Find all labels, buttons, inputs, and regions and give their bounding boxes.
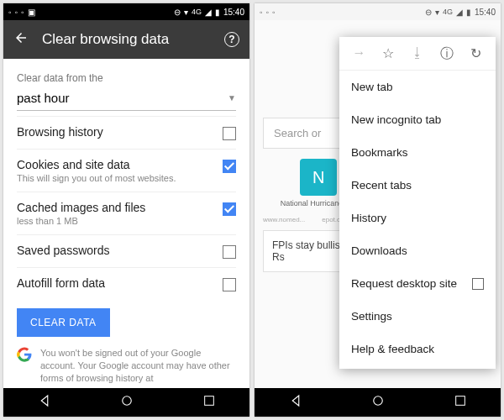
nav-back-icon[interactable] bbox=[288, 393, 303, 412]
battery-icon: ▮ bbox=[466, 8, 471, 17]
nav-bar bbox=[255, 388, 501, 417]
image-icon: ▣ bbox=[28, 8, 35, 17]
menu-settings[interactable]: Settings bbox=[339, 300, 496, 333]
time-range-value: past hour bbox=[17, 91, 70, 105]
clock: 15:40 bbox=[223, 8, 244, 17]
signal-icon: ◢ bbox=[205, 8, 212, 17]
download-icon[interactable]: ⭳ bbox=[409, 45, 426, 63]
checkbox[interactable] bbox=[223, 278, 236, 291]
signal-icon: ◢ bbox=[456, 8, 463, 17]
option-autofill[interactable]: Autofill form data bbox=[17, 267, 236, 300]
chevron-down-icon: ▼ bbox=[228, 93, 236, 102]
tile-icon: N bbox=[300, 159, 337, 196]
option-title: Browsing history bbox=[17, 125, 223, 139]
checkbox[interactable] bbox=[223, 160, 236, 173]
svg-point-2 bbox=[374, 396, 383, 406]
nav-recent-icon[interactable] bbox=[202, 394, 216, 411]
option-subtitle: This will sign you out of most websites. bbox=[17, 173, 223, 183]
checkbox[interactable] bbox=[223, 245, 236, 259]
forward-icon[interactable]: → bbox=[350, 45, 367, 63]
nav-back-icon[interactable] bbox=[37, 393, 52, 412]
google-account-note: You won't be signed out of your Google a… bbox=[3, 347, 249, 385]
option-title: Cached images and files bbox=[17, 201, 223, 214]
page-title: Clear browsing data bbox=[42, 31, 169, 48]
option-title: Cookies and site data bbox=[17, 158, 223, 171]
checkbox[interactable] bbox=[223, 127, 236, 140]
svg-rect-1 bbox=[204, 396, 213, 406]
menu-history[interactable]: History bbox=[339, 202, 496, 234]
nav-home-icon[interactable] bbox=[119, 393, 134, 412]
phone-right: ◦ ◦ ◦ ⊖ ▾ 4G ◢ ▮ 15:40 Search or N Natio… bbox=[255, 3, 501, 417]
help-icon[interactable]: ? bbox=[224, 32, 239, 47]
back-icon[interactable] bbox=[13, 30, 29, 49]
option-passwords[interactable]: Saved passwords bbox=[17, 234, 236, 267]
google-logo-icon bbox=[17, 347, 32, 362]
location-icon: ◦ bbox=[260, 8, 263, 17]
network-label: 4G bbox=[443, 8, 453, 16]
clear-data-button[interactable]: CLEAR DATA bbox=[17, 308, 110, 337]
app-bar: Clear browsing data ? bbox=[3, 20, 249, 59]
nav-home-icon[interactable] bbox=[370, 393, 386, 412]
bulb-icon: ◦ bbox=[15, 8, 18, 17]
option-title: Saved passwords bbox=[17, 244, 223, 257]
dnd-icon: ⊖ bbox=[174, 8, 181, 17]
menu-downloads[interactable]: Downloads bbox=[339, 234, 496, 267]
overflow-menu: → ☆ ⭳ ⓘ ↻ New tab New incognito tab Book… bbox=[339, 37, 496, 369]
status-bar: ◦ ◦ ◦ ⊖ ▾ 4G ◢ ▮ 15:40 bbox=[255, 3, 501, 20]
option-title: Autofill form data bbox=[17, 276, 223, 290]
battery-icon: ▮ bbox=[215, 8, 220, 17]
svg-rect-3 bbox=[455, 396, 465, 406]
option-browsing-history[interactable]: Browsing history bbox=[17, 116, 236, 149]
option-cookies[interactable]: Cookies and site data This will sign you… bbox=[17, 149, 236, 192]
clear-data-screen: Clear browsing data ? Clear data from th… bbox=[3, 20, 249, 388]
google-note-text: You won't be signed out of your Google a… bbox=[40, 347, 236, 385]
chrome-home-screen: Search or N National Hurricane C... DOGn… bbox=[255, 20, 501, 388]
location-icon: ◦ bbox=[8, 8, 12, 17]
phone-left: ◦ ◦ ◦ ▣ ⊖ ▾ 4G ◢ ▮ 15:40 Clear browsing … bbox=[3, 3, 249, 417]
dnd-icon: ⊖ bbox=[425, 8, 432, 17]
refresh-icon[interactable]: ↻ bbox=[468, 45, 485, 63]
nav-recent-icon[interactable] bbox=[454, 394, 467, 411]
location-icon: ◦ bbox=[21, 8, 24, 17]
location-icon: ◦ bbox=[272, 8, 276, 17]
menu-recent-tabs[interactable]: Recent tabs bbox=[339, 169, 496, 202]
bulb-icon: ◦ bbox=[266, 8, 270, 17]
menu-desktop-site[interactable]: Request desktop site bbox=[339, 267, 496, 300]
star-icon[interactable]: ☆ bbox=[380, 45, 396, 63]
status-bar: ◦ ◦ ◦ ▣ ⊖ ▾ 4G ◢ ▮ 15:40 bbox=[3, 3, 249, 20]
nav-bar bbox=[3, 388, 249, 417]
network-label: 4G bbox=[192, 8, 202, 16]
info-icon[interactable]: ⓘ bbox=[438, 45, 455, 63]
wifi-icon: ▾ bbox=[184, 8, 188, 17]
option-cache[interactable]: Cached images and files less than 1 MB bbox=[17, 192, 236, 234]
menu-new-tab[interactable]: New tab bbox=[339, 71, 496, 103]
range-label: Clear data from the bbox=[17, 72, 236, 84]
wifi-icon: ▾ bbox=[435, 8, 439, 17]
menu-help[interactable]: Help & feedback bbox=[339, 333, 496, 365]
checkbox[interactable] bbox=[472, 278, 484, 290]
menu-incognito[interactable]: New incognito tab bbox=[339, 103, 496, 136]
svg-point-0 bbox=[123, 396, 132, 406]
menu-bookmarks[interactable]: Bookmarks bbox=[339, 136, 496, 169]
clock: 15:40 bbox=[475, 8, 496, 17]
option-subtitle: less than 1 MB bbox=[17, 216, 223, 226]
time-range-dropdown[interactable]: past hour ▼ bbox=[17, 84, 236, 111]
checkbox[interactable] bbox=[223, 202, 236, 216]
